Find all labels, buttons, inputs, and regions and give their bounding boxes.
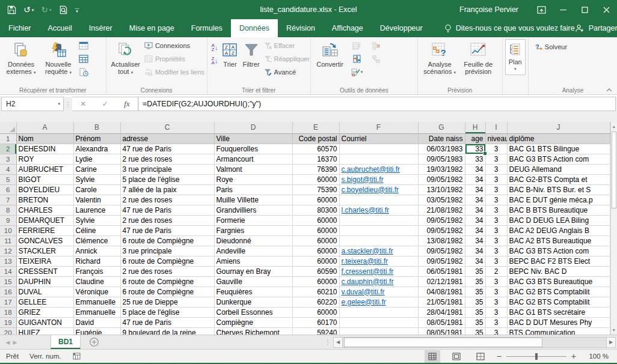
- cell-H1[interactable]: age: [465, 133, 485, 144]
- cell-B20[interactable]: Eugénie: [73, 327, 120, 335]
- email-link[interactable]: v.duval@titi.fr: [342, 288, 385, 296]
- connections-button[interactable]: Connexions: [143, 40, 206, 52]
- cell-H17[interactable]: 35: [465, 297, 485, 307]
- cell-H7[interactable]: 34: [465, 195, 485, 205]
- cell-G19[interactable]: 08/05/1981: [418, 317, 465, 327]
- cell-J7[interactable]: BAC E DUT génie méca.p: [507, 195, 610, 205]
- cell-C2[interactable]: 47 rue de Paris: [120, 144, 214, 154]
- close-button[interactable]: [595, 0, 617, 19]
- outline-button[interactable]: Plan ▾: [505, 39, 526, 75]
- cell-A5[interactable]: BIGOT: [16, 174, 73, 184]
- undo-dropdown-icon[interactable]: ▾: [32, 8, 34, 12]
- share-button[interactable]: Partager: [575, 19, 617, 37]
- row-header-17[interactable]: 17: [0, 297, 16, 307]
- cell-E13[interactable]: 60000: [292, 256, 339, 266]
- cell-C10[interactable]: 47 rue de Paris: [120, 225, 214, 235]
- cell-I14[interactable]: 2: [485, 266, 507, 276]
- cell-G20[interactable]: 08/05/1981: [418, 327, 465, 335]
- cell-A8[interactable]: CHARLES: [16, 205, 73, 215]
- cell-D19[interactable]: Compiègne: [214, 317, 292, 327]
- column-header-J[interactable]: J: [507, 122, 610, 133]
- email-link[interactable]: c.boyeldieu@titi.fr: [342, 186, 399, 194]
- cell-F1[interactable]: Courriel: [339, 133, 418, 144]
- cell-C15[interactable]: 6 route de Compiègne: [120, 276, 214, 287]
- cell-D12[interactable]: Andeville: [214, 246, 292, 256]
- cell-G3[interactable]: 09/05/1983: [418, 154, 465, 164]
- select-all-corner[interactable]: [0, 122, 16, 133]
- tab-insérer[interactable]: Insérer: [81, 19, 121, 37]
- row-header-6[interactable]: 6: [0, 184, 16, 195]
- cell-F20[interactable]: [339, 327, 418, 335]
- cell-F9[interactable]: [339, 215, 418, 225]
- row-header-5[interactable]: 5: [0, 174, 16, 184]
- cell-G14[interactable]: 06/05/1981: [418, 266, 465, 276]
- cell-G4[interactable]: 19/03/1982: [418, 164, 465, 174]
- formula-bar-splitter[interactable]: ⋮: [64, 97, 72, 111]
- cell-D3[interactable]: Armancourt: [214, 154, 292, 164]
- vertical-scroll-thumb[interactable]: [612, 132, 617, 208]
- print-preview-icon[interactable]: [59, 5, 68, 14]
- collapse-ribbon-icon[interactable]: [606, 88, 612, 92]
- cell-A4[interactable]: AUBRUCHET: [16, 164, 73, 174]
- column-header-E[interactable]: E: [292, 122, 339, 133]
- cell-A16[interactable]: DUVAL: [16, 287, 73, 297]
- cell-D8[interactable]: Grandvilliers: [214, 205, 292, 215]
- cell-B13[interactable]: Richard: [73, 256, 120, 266]
- cell-F7[interactable]: [339, 195, 418, 205]
- cell-B16[interactable]: Véronique: [73, 287, 120, 297]
- cell-H3[interactable]: 33: [465, 154, 485, 164]
- minimize-button[interactable]: [552, 0, 574, 19]
- cell-F2[interactable]: [339, 144, 418, 154]
- cell-F4[interactable]: c.aubruchet@titi.fr: [339, 164, 418, 174]
- cell-H12[interactable]: 34: [465, 246, 485, 256]
- cell-A12[interactable]: STACKLER: [16, 246, 73, 256]
- scroll-down-icon[interactable]: ▼: [611, 326, 617, 335]
- sort-button[interactable]: ZAAZ Trier: [219, 39, 240, 69]
- cell-F19[interactable]: [339, 317, 418, 327]
- cell-I3[interactable]: 3: [485, 154, 507, 164]
- cell-G18[interactable]: 28/04/1981: [418, 307, 465, 317]
- cell-G5[interactable]: 09/05/1982: [418, 174, 465, 184]
- cell-A7[interactable]: BRETON: [16, 195, 73, 205]
- cell-B5[interactable]: Sylvie: [73, 174, 120, 184]
- cell-I20[interactable]: 3: [485, 327, 507, 335]
- cell-B7[interactable]: Valentin: [73, 195, 120, 205]
- row-header-11[interactable]: 11: [0, 235, 16, 246]
- cell-J19[interactable]: BAC D DUT Mesures Phy: [507, 317, 610, 327]
- what-if-analysis-button[interactable]: ? Analyse scénarios ▾: [420, 39, 459, 77]
- vertical-scrollbar[interactable]: ▲ ▼: [610, 122, 617, 335]
- cell-E18[interactable]: 60000: [292, 307, 339, 317]
- sheet-nav-right-icon[interactable]: ▶: [7, 335, 23, 349]
- cell-G7[interactable]: 03/05/1982: [418, 195, 465, 205]
- cell-H16[interactable]: 35: [465, 287, 485, 297]
- email-link[interactable]: l.charles@titi.fr: [342, 206, 390, 214]
- cell-D17[interactable]: Dunkerque: [214, 297, 292, 307]
- cell-B11[interactable]: Clémence: [73, 235, 120, 246]
- cell-A15[interactable]: DAUPHIN: [16, 276, 73, 287]
- cell-H10[interactable]: 34: [465, 225, 485, 235]
- tab-accueil[interactable]: Accueil: [40, 19, 81, 37]
- tab-révision[interactable]: Révision: [278, 19, 324, 37]
- cell-F18[interactable]: [339, 307, 418, 317]
- tab-mise-en-page[interactable]: Mise en page: [121, 19, 183, 37]
- cell-C6[interactable]: 7 allée de la paix: [120, 184, 214, 195]
- cell-A11[interactable]: GONCALVES: [16, 235, 73, 246]
- cell-D11[interactable]: Dieudonné: [214, 235, 292, 246]
- row-header-16[interactable]: 16: [0, 287, 16, 297]
- cell-H11[interactable]: 34: [465, 235, 485, 246]
- cell-A3[interactable]: ROY: [16, 154, 73, 164]
- cell-A6[interactable]: BOYELDIEU: [16, 184, 73, 195]
- cell-F11[interactable]: [339, 235, 418, 246]
- email-link[interactable]: e.gelee@titi.fr: [342, 298, 386, 306]
- cell-I18[interactable]: 3: [485, 307, 507, 317]
- cell-E11[interactable]: 60000: [292, 235, 339, 246]
- cell-C16[interactable]: 6 route de Compiègne: [120, 287, 214, 297]
- cell-F15[interactable]: c.dauphin@titi.fr: [339, 276, 418, 287]
- cell-B1[interactable]: Prénom: [73, 133, 120, 144]
- horizontal-scroll-track[interactable]: [343, 337, 606, 348]
- cell-J18[interactable]: BAC G1 BTS secrétaire: [507, 307, 610, 317]
- cell-J9[interactable]: BAC D DEUG LEA Biling: [507, 215, 610, 225]
- cell-B8[interactable]: Laurence: [73, 205, 120, 215]
- cell-G6[interactable]: 13/10/1982: [418, 184, 465, 195]
- cell-E12[interactable]: 60000: [292, 246, 339, 256]
